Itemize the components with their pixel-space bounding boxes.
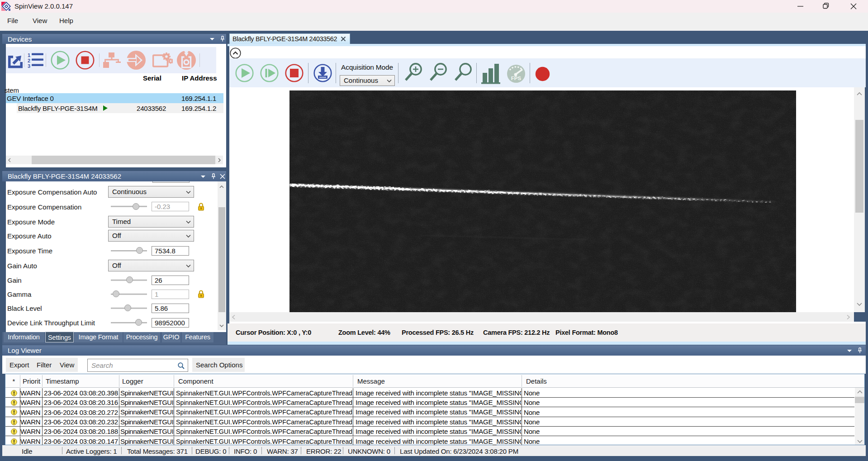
svg-text:3: 3 (28, 63, 30, 69)
svg-text:2: 2 (28, 58, 30, 63)
svg-text:FPS: FPS (511, 76, 522, 81)
svg-text:1: 1 (28, 52, 30, 58)
